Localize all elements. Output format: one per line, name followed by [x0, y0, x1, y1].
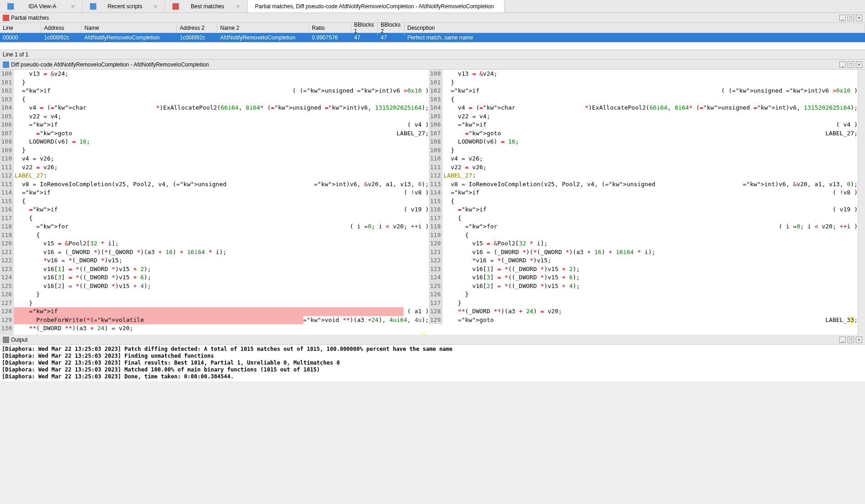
col-header-bblocks2[interactable]: BBlocks 2 — [378, 21, 405, 35]
code-line[interactable]: 113 v8 = IoRemoveIoCompletion(v25, Pool2… — [0, 180, 429, 189]
col-header-bblocks1[interactable]: BBlocks 1 — [351, 21, 378, 35]
minimize-button[interactable]: _ — [839, 337, 846, 343]
code-line[interactable]: 104 v4 = (="kw">char *)ExAllocatePool2(6… — [0, 104, 429, 112]
code-line[interactable]: 101 } — [0, 78, 429, 87]
scrollbar[interactable] — [858, 70, 865, 335]
code-line[interactable]: 127 } — [429, 299, 858, 308]
output-text[interactable]: [Diaphora: Wed Mar 22 13:25:03 2023] Pat… — [0, 345, 865, 381]
code-line[interactable]: 123 v16[1] = *((_DWORD *)v15 + 2); — [0, 265, 429, 274]
code-line[interactable]: 109 } — [0, 146, 429, 155]
code-line[interactable]: 124 v16[3] = *((_DWORD *)v15 + 6); — [0, 273, 429, 282]
code-line[interactable]: 112LABEL_27: — [429, 172, 858, 180]
tab-best-matches[interactable]: Best matches × — [165, 0, 248, 12]
code-line[interactable]: 121 v16 = (_DWORD *)(*(_QWORD *)(a3 + 16… — [429, 248, 858, 257]
code-line[interactable]: 129 ProbeForWrite(*(="kw">volatile ="kw"… — [0, 316, 429, 325]
code-line[interactable]: 111 v22 = v26; — [429, 163, 858, 172]
code-line[interactable]: 125 v16[2] = *((_DWORD *)v15 + 4); — [429, 282, 858, 291]
close-icon[interactable]: × — [236, 3, 240, 10]
cell-address2: 1c006f92c — [177, 33, 217, 42]
code-line[interactable]: 110 v4 = v26; — [0, 155, 429, 163]
tab-recent-scripts[interactable]: Recent scripts × — [83, 0, 165, 12]
code-line[interactable]: 120 v15 = &Pool2[32 * i]; — [0, 239, 429, 248]
code-line[interactable]: 114 ="kw">if ( !v8 ) — [0, 188, 429, 197]
code-line[interactable]: 114 ="kw">if ( !v8 ) — [429, 188, 858, 197]
col-header-description[interactable]: Description — [405, 24, 865, 32]
col-header-address[interactable]: Address — [41, 24, 82, 32]
col-header-address2[interactable]: Address 2 — [177, 24, 217, 32]
code-line[interactable]: 100 v13 = &v24; — [429, 70, 858, 78]
code-line[interactable]: 100 v13 = &v24; — [0, 70, 429, 78]
line-code: ="kw">for — [443, 222, 775, 231]
col-header-line[interactable]: Line — [0, 24, 41, 32]
code-line[interactable]: 113 v8 = IoRemoveIoCompletion(v25, Pool2… — [429, 180, 858, 189]
tab-partial-matches-diff[interactable]: Partial matches, Diff pseudo-code AfdNot… — [248, 0, 505, 12]
maximize-button[interactable]: □ — [848, 337, 854, 343]
maximize-button[interactable]: □ — [848, 61, 854, 68]
code-line[interactable]: 108 LODWORD(v6) = 16; — [0, 138, 429, 146]
code-line[interactable]: 124 v16[3] = *((_DWORD *)v15 + 6); — [429, 273, 858, 282]
code-line[interactable]: 118 ="kw">for ( i = 0; i < v20; ++i ) — [429, 222, 858, 231]
output-icon — [3, 337, 9, 343]
line-number: 125 — [0, 282, 14, 291]
code-line[interactable]: 128 **(_DWORD **)(a3 + 24) = v20; — [429, 307, 858, 316]
code-line[interactable]: 126 } — [429, 290, 858, 299]
code-line[interactable]: 126 } — [0, 290, 429, 299]
code-line[interactable]: 119 { — [429, 231, 858, 240]
line-code: v16 = (_DWORD *)(*(_QWORD *)(a3 + 16) + … — [443, 248, 858, 257]
diff-pane-left[interactable]: 100 v13 = &v24;101 }102 ="kw">if ( (="kw… — [0, 70, 429, 335]
code-line[interactable]: 115 { — [0, 197, 429, 206]
line-code: } — [443, 299, 858, 308]
code-line[interactable]: 103 { — [0, 95, 429, 104]
code-line[interactable]: 106 ="kw">if ( v4 ) — [0, 121, 429, 129]
diff-pane-right[interactable]: 100 v13 = &v24;101 }102 ="kw">if ( (="kw… — [429, 70, 858, 335]
code-line[interactable]: 125 v16[2] = *((_DWORD *)v15 + 4); — [0, 282, 429, 291]
code-line[interactable]: 104 v4 = (="kw">char *)ExAllocatePool2(6… — [429, 104, 858, 112]
close-button[interactable]: × — [856, 61, 862, 68]
code-line[interactable]: 117 { — [0, 214, 429, 223]
code-line[interactable]: 103 { — [429, 95, 858, 104]
code-line[interactable]: 111 v22 = v26; — [0, 163, 429, 172]
code-line[interactable]: 131 ="kw">goto LABEL_36; — [0, 333, 429, 335]
close-button[interactable]: × — [856, 337, 862, 343]
col-header-name2[interactable]: Name 2 — [217, 24, 309, 32]
close-button[interactable]: × — [856, 15, 862, 21]
code-line[interactable]: 116 ="kw">if ( v19 ) — [0, 205, 429, 214]
code-line[interactable]: 108 LODWORD(v6) = 16; — [429, 138, 858, 146]
code-line[interactable]: 128 ="kw">if ( a1 ) — [0, 307, 429, 316]
code-line[interactable]: 109 } — [429, 146, 858, 155]
close-icon[interactable]: × — [154, 3, 157, 10]
minimize-button[interactable]: _ — [839, 15, 846, 21]
line-code: v22 = v26; — [443, 163, 858, 172]
code-line[interactable]: 115 { — [429, 197, 858, 206]
code-line[interactable]: 102 ="kw">if ( (="kw">unsigned ="kw">int… — [429, 87, 858, 95]
line-number: 117 — [0, 214, 14, 223]
code-line[interactable]: 119 { — [0, 231, 429, 240]
code-line[interactable]: 106 ="kw">if ( v4 ) — [429, 121, 858, 129]
code-line[interactable]: 121 v16 = (_DWORD *)(*(_QWORD *)(a3 + 16… — [0, 248, 429, 257]
code-line[interactable]: 116 ="kw">if ( v19 ) — [429, 205, 858, 214]
code-line[interactable]: 120 v15 = &Pool2[32 * i]; — [429, 239, 858, 248]
code-line[interactable]: 105 v22 = v4; — [0, 112, 429, 121]
code-line[interactable]: 112LABEL_27: — [0, 172, 429, 180]
code-line[interactable]: 117 { — [429, 214, 858, 223]
col-header-ratio[interactable]: Ratio — [309, 24, 351, 32]
tab-ida-view[interactable]: IDA View-A × — [0, 0, 83, 12]
col-header-name[interactable]: Name — [82, 24, 177, 32]
code-line[interactable]: 110 v4 = v26; — [429, 155, 858, 163]
code-line[interactable]: 101 } — [429, 78, 858, 87]
code-line[interactable]: 127 } — [0, 299, 429, 308]
code-line[interactable]: 122 *v16 = *(_DWORD *)v15; — [429, 256, 858, 265]
code-line[interactable]: 102 ="kw">if ( (="kw">unsigned ="kw">int… — [0, 87, 429, 95]
code-line[interactable]: 129 ="kw">goto LABEL_33; — [429, 316, 858, 325]
table-row[interactable]: 00000 1c006f92c AfdNotifyRemoveIoComplet… — [0, 33, 865, 42]
code-line[interactable]: 122 *v16 = *(_DWORD *)v15; — [0, 256, 429, 265]
close-icon[interactable]: × — [71, 3, 75, 10]
code-line[interactable]: 107 ="kw">goto LABEL_27; — [0, 129, 429, 138]
code-line[interactable]: 130 **(_DWORD **)(a3 + 24) = v20; — [0, 324, 429, 333]
code-line[interactable]: 105 v22 = v4; — [429, 112, 858, 121]
minimize-button[interactable]: _ — [839, 61, 846, 68]
code-line[interactable]: 118 ="kw">for ( i = 0; i < v20; ++i ) — [0, 222, 429, 231]
code-line[interactable]: 123 v16[1] = *((_DWORD *)v15 + 2); — [429, 265, 858, 274]
maximize-button[interactable]: □ — [848, 15, 854, 21]
code-line[interactable]: 107 ="kw">goto LABEL_27; — [429, 129, 858, 138]
